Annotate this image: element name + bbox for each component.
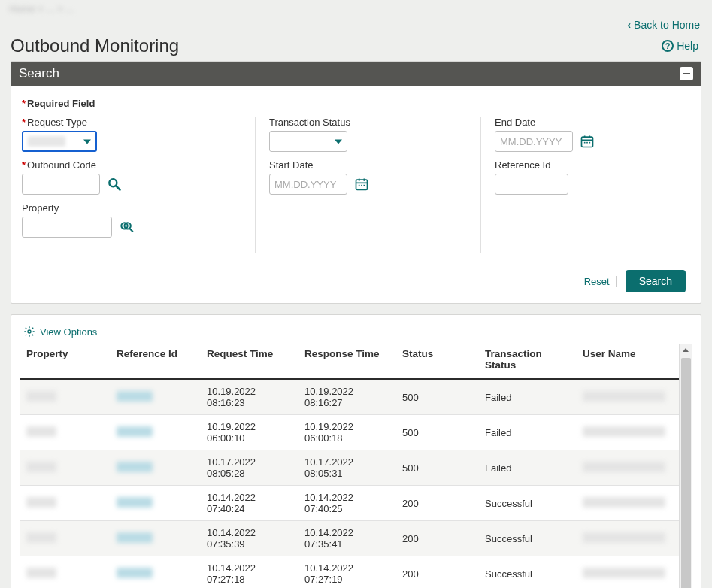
cell-response-time: 10.14.2022 07:40:25: [298, 486, 396, 521]
cell-request-time: 10.14.2022 07:27:18: [201, 556, 298, 589]
svg-line-4: [129, 229, 132, 232]
redacted-user-name: [583, 568, 665, 578]
end-date-calendar-button[interactable]: [579, 133, 595, 150]
cell-response-time: 10.19.2022 08:16:27: [298, 379, 396, 415]
outbound-code-label: *Outbound Code: [22, 159, 241, 171]
chevron-down-icon: [335, 140, 342, 144]
transaction-status-select[interactable]: [269, 131, 347, 152]
view-options-button[interactable]: View Options: [20, 326, 97, 338]
results-table: Property Reference Id Request Time Respo…: [20, 344, 679, 588]
cell-request-time: 10.14.2022 07:40:24: [201, 486, 298, 521]
svg-rect-10: [361, 185, 362, 186]
redacted-reference-id[interactable]: [117, 426, 153, 437]
required-star-icon: *: [22, 159, 26, 171]
redacted-reference-id[interactable]: [117, 532, 153, 543]
chevron-left-icon: ‹: [627, 19, 631, 31]
svg-point-19: [28, 330, 31, 333]
cell-transaction-status: Successful: [479, 486, 577, 521]
redacted-user-name: [583, 391, 665, 402]
magnifier-icon: [107, 177, 122, 192]
redacted-reference-id[interactable]: [117, 497, 153, 508]
reference-id-input[interactable]: [495, 174, 568, 195]
view-options-label: View Options: [40, 326, 97, 338]
cell-transaction-status: Successful: [479, 521, 577, 556]
request-type-select[interactable]: [22, 131, 97, 152]
svg-rect-9: [359, 185, 360, 186]
cell-status: 200: [396, 486, 479, 521]
cell-status: 500: [396, 450, 479, 486]
table-row[interactable]: 10.19.2022 06:00:1010.19.2022 06:00:1850…: [20, 415, 679, 450]
scroll-thumb[interactable]: [681, 358, 691, 588]
cell-transaction-status: Failed: [479, 415, 577, 450]
reset-button[interactable]: Reset: [584, 276, 617, 287]
required-field-note: *Required Field: [22, 98, 690, 109]
start-date-calendar-button[interactable]: [353, 176, 370, 192]
redacted-value: [28, 136, 65, 147]
outbound-code-search-button[interactable]: [106, 176, 123, 192]
property-search-button[interactable]: [118, 219, 135, 235]
col-header-user-name[interactable]: User Name: [577, 344, 679, 379]
collapse-search-button[interactable]: [680, 67, 693, 80]
table-row[interactable]: 10.19.2022 08:16:2310.19.2022 08:16:2750…: [20, 379, 679, 415]
end-date-input[interactable]: [495, 131, 573, 152]
cell-transaction-status: Failed: [479, 379, 577, 415]
redacted-property: [26, 497, 56, 508]
table-row[interactable]: 10.14.2022 07:35:3910.14.2022 07:35:4120…: [20, 521, 679, 556]
cell-request-time: 10.14.2022 07:35:39: [201, 521, 298, 556]
cell-request-time: 10.19.2022 08:16:23: [201, 379, 298, 415]
col-header-reference-id[interactable]: Reference Id: [111, 344, 201, 379]
back-to-home-link[interactable]: ‹ Back to Home: [627, 19, 700, 31]
transaction-status-label: Transaction Status: [269, 117, 467, 128]
redacted-user-name: [583, 462, 665, 472]
cell-response-time: 10.14.2022 07:27:19: [298, 556, 396, 589]
reference-id-label: Reference Id: [495, 159, 677, 171]
help-label: Help: [677, 40, 698, 52]
col-header-transaction-status[interactable]: Transaction Status: [479, 344, 577, 379]
help-link[interactable]: ? Help: [662, 40, 698, 52]
calendar-icon: [580, 134, 595, 149]
results-panel: View Options Property Reference Id Reque…: [11, 314, 701, 588]
redacted-user-name: [583, 497, 665, 508]
svg-rect-18: [589, 142, 591, 144]
table-row[interactable]: 10.17.2022 08:05:2810.17.2022 08:05:3150…: [20, 450, 679, 486]
calendar-icon: [354, 177, 369, 192]
cell-status: 200: [396, 521, 479, 556]
cell-request-time: 10.19.2022 06:00:10: [201, 415, 298, 450]
col-header-property[interactable]: Property: [20, 344, 111, 379]
search-button[interactable]: Search: [626, 270, 686, 292]
table-row[interactable]: 10.14.2022 07:27:1810.14.2022 07:27:1920…: [20, 556, 679, 589]
search-panel-header: Search: [11, 62, 701, 86]
request-type-label: *Request Type: [22, 117, 241, 128]
start-date-label: Start Date: [269, 159, 467, 171]
scroll-up-arrow-icon[interactable]: [680, 344, 692, 356]
end-date-label: End Date: [495, 117, 677, 128]
property-input[interactable]: [22, 217, 112, 238]
redacted-property: [26, 532, 56, 543]
page-title: Outbound Monitoring: [11, 35, 179, 56]
cell-request-time: 10.17.2022 08:05:28: [201, 450, 298, 486]
search-panel: Search *Required Field *Request Type: [11, 61, 701, 304]
gear-icon: [23, 326, 35, 338]
redacted-property: [26, 426, 56, 437]
redacted-reference-id[interactable]: [117, 568, 153, 578]
col-header-request-time[interactable]: Request Time: [201, 344, 298, 379]
redacted-user-name: [583, 532, 665, 543]
start-date-input[interactable]: [269, 174, 347, 195]
search-panel-title: Search: [19, 66, 59, 81]
cell-transaction-status: Successful: [479, 556, 577, 589]
cell-response-time: 10.19.2022 06:00:18: [298, 415, 396, 450]
redacted-property: [26, 391, 56, 402]
outbound-code-input[interactable]: [22, 174, 100, 195]
col-header-response-time[interactable]: Response Time: [298, 344, 396, 379]
help-icon: ?: [662, 40, 674, 52]
col-header-status[interactable]: Status: [396, 344, 479, 379]
property-label: Property: [22, 202, 241, 214]
redacted-reference-id[interactable]: [117, 462, 153, 472]
magnifier-multi-icon: [119, 220, 134, 235]
back-to-home-label: Back to Home: [634, 19, 700, 31]
svg-rect-11: [364, 185, 365, 186]
cell-response-time: 10.14.2022 07:35:41: [298, 521, 396, 556]
vertical-scrollbar[interactable]: [679, 344, 692, 588]
table-row[interactable]: 10.14.2022 07:40:2410.14.2022 07:40:2520…: [20, 486, 679, 521]
redacted-reference-id[interactable]: [117, 391, 153, 402]
